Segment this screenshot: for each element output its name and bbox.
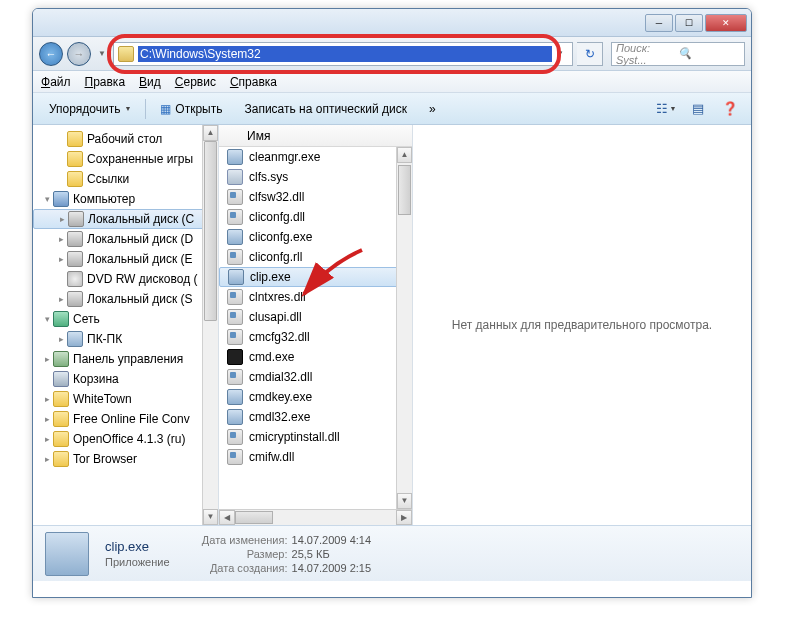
file-icon: [227, 169, 243, 185]
file-item[interactable]: cmdkey.exe: [219, 387, 412, 407]
tree-item[interactable]: Рабочий стол: [33, 129, 218, 149]
file-item[interactable]: cmcfg32.dll: [219, 327, 412, 347]
file-icon: [227, 369, 243, 385]
scroll-right-button[interactable]: ▶: [396, 510, 412, 525]
minimize-button[interactable]: ─: [645, 14, 673, 32]
file-item[interactable]: cmicryptinstall.dll: [219, 427, 412, 447]
preview-pane-button[interactable]: ▤: [685, 98, 711, 120]
scroll-down-button[interactable]: ▼: [203, 509, 218, 525]
address-bar[interactable]: C:\Windows\System32 ▼: [113, 42, 573, 66]
expand-icon[interactable]: ▸: [55, 234, 67, 244]
expand-icon[interactable]: ▸: [55, 334, 67, 344]
tree-item[interactable]: ▸Панель управления: [33, 349, 218, 369]
back-button[interactable]: ←: [39, 42, 63, 66]
scroll-up-button[interactable]: ▲: [203, 125, 218, 141]
tree-item[interactable]: Ссылки: [33, 169, 218, 189]
menu-view[interactable]: Вид: [139, 75, 161, 89]
tree-item[interactable]: ▸Локальный диск (E: [33, 249, 218, 269]
expand-icon[interactable]: ▾: [41, 314, 53, 324]
forward-button[interactable]: →: [67, 42, 91, 66]
item-icon: [53, 371, 69, 387]
file-name: clusapi.dll: [249, 310, 302, 324]
expand-icon[interactable]: ▸: [41, 414, 53, 424]
file-item[interactable]: clusapi.dll: [219, 307, 412, 327]
file-icon: [227, 189, 243, 205]
scroll-up-button[interactable]: ▲: [397, 147, 412, 163]
tree-item[interactable]: ▸ПК-ПК: [33, 329, 218, 349]
preview-pane: Нет данных для предварительного просмотр…: [413, 125, 751, 525]
scroll-down-button[interactable]: ▼: [397, 493, 412, 509]
tree-item[interactable]: ▾Сеть: [33, 309, 218, 329]
tree-item[interactable]: ▸Локальный диск (D: [33, 229, 218, 249]
filelist-vscrollbar[interactable]: ▲ ▼: [396, 147, 412, 509]
file-item[interactable]: cliconfg.rll: [219, 247, 412, 267]
menu-file[interactable]: Файл: [41, 75, 71, 89]
tree-item[interactable]: ▾Компьютер: [33, 189, 218, 209]
organize-button[interactable]: Упорядочить▼: [41, 99, 139, 119]
expand-icon[interactable]: ▸: [56, 214, 68, 224]
refresh-button[interactable]: ↻: [577, 42, 603, 66]
tree-item[interactable]: ▸OpenOffice 4.1.3 (ru): [33, 429, 218, 449]
item-icon: [53, 431, 69, 447]
file-item[interactable]: cmd.exe: [219, 347, 412, 367]
scroll-left-button[interactable]: ◀: [219, 510, 235, 525]
history-dropdown[interactable]: ▼: [95, 42, 109, 66]
file-item[interactable]: cmifw.dll: [219, 447, 412, 467]
sidebar-scrollbar[interactable]: ▲ ▼: [202, 125, 218, 525]
file-item[interactable]: cmdl32.exe: [219, 407, 412, 427]
menu-help[interactable]: Справка: [230, 75, 277, 89]
burn-button[interactable]: Записать на оптический диск: [237, 99, 416, 119]
file-item[interactable]: clntxres.dll: [219, 287, 412, 307]
scroll-thumb[interactable]: [204, 141, 217, 321]
item-label: Корзина: [73, 372, 119, 386]
address-path[interactable]: C:\Windows\System32: [138, 46, 552, 62]
file-icon: [227, 309, 243, 325]
expand-icon[interactable]: ▸: [55, 254, 67, 264]
expand-icon[interactable]: ▾: [41, 194, 53, 204]
file-item[interactable]: clip.exe: [219, 267, 412, 287]
item-icon: [53, 451, 69, 467]
view-mode-button[interactable]: ☷▼: [653, 98, 679, 120]
expand-icon[interactable]: ▸: [41, 394, 53, 404]
tree-item[interactable]: DVD RW дисковод (: [33, 269, 218, 289]
tree-item[interactable]: ▸WhiteTown: [33, 389, 218, 409]
item-label: Панель управления: [73, 352, 183, 366]
column-header-name[interactable]: Имя: [219, 125, 412, 147]
expand-icon[interactable]: ▸: [55, 294, 67, 304]
file-icon: [227, 209, 243, 225]
scroll-thumb[interactable]: [235, 511, 273, 524]
tree-item[interactable]: ▸Tor Browser: [33, 449, 218, 469]
file-item[interactable]: cliconfg.dll: [219, 207, 412, 227]
file-icon: [227, 249, 243, 265]
expand-icon[interactable]: ▸: [41, 434, 53, 444]
file-item[interactable]: cmdial32.dll: [219, 367, 412, 387]
address-dropdown[interactable]: ▼: [552, 49, 568, 58]
file-item[interactable]: cleanmgr.exe: [219, 147, 412, 167]
more-button[interactable]: »: [421, 99, 444, 119]
expand-icon[interactable]: ▸: [41, 454, 53, 464]
search-icon[interactable]: 🔍: [678, 47, 740, 60]
file-name: clfsw32.dll: [249, 190, 304, 204]
tree-item[interactable]: Корзина: [33, 369, 218, 389]
open-button[interactable]: ▦Открыть: [152, 99, 230, 119]
tree-item[interactable]: ▸Free Online File Conv: [33, 409, 218, 429]
details-pane: clip.exe Приложение Дата изменения:14.07…: [33, 525, 751, 581]
filelist-hscrollbar[interactable]: ◀ ▶: [219, 509, 412, 525]
tree-item[interactable]: ▸Локальный диск (C: [33, 209, 218, 229]
scroll-thumb[interactable]: [398, 165, 411, 215]
item-label: ПК-ПК: [87, 332, 122, 346]
detail-created-value: 14.07.2009 2:15: [292, 562, 372, 574]
tree-item[interactable]: Сохраненные игры: [33, 149, 218, 169]
search-input[interactable]: Поиск: Syst... 🔍: [611, 42, 745, 66]
help-button[interactable]: ❓: [717, 98, 743, 120]
close-button[interactable]: ✕: [705, 14, 747, 32]
file-item[interactable]: clfsw32.dll: [219, 187, 412, 207]
menu-edit[interactable]: Правка: [85, 75, 126, 89]
tree-item[interactable]: ▸Локальный диск (S: [33, 289, 218, 309]
file-thumbnail: [45, 532, 89, 576]
file-item[interactable]: clfs.sys: [219, 167, 412, 187]
maximize-button[interactable]: ☐: [675, 14, 703, 32]
expand-icon[interactable]: ▸: [41, 354, 53, 364]
file-item[interactable]: cliconfg.exe: [219, 227, 412, 247]
menu-tools[interactable]: Сервис: [175, 75, 216, 89]
